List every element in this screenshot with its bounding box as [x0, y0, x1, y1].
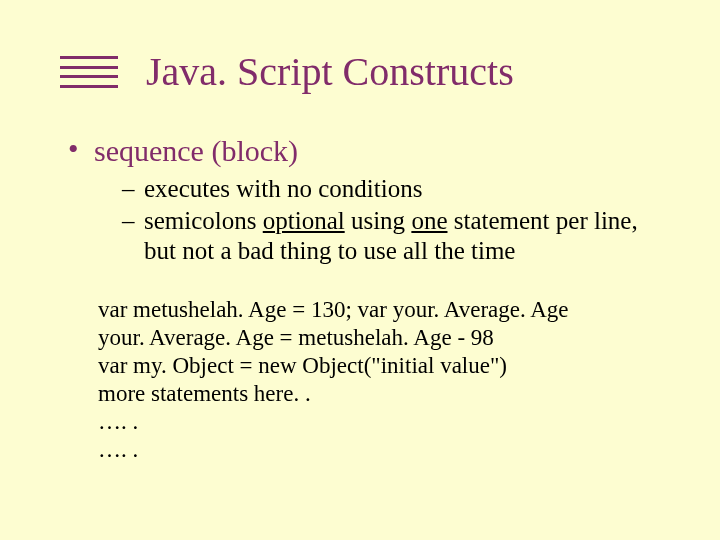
slide: Java. Script Constructs sequence (block)…: [0, 0, 720, 540]
bullet-list-level2: executes with no conditions semicolons o…: [122, 174, 660, 266]
hamburger-bar: [60, 66, 118, 69]
code-line: var my. Object = new Object("initial val…: [98, 352, 660, 380]
subbullet-underline: optional: [263, 207, 345, 234]
code-line: more statements here. .: [98, 380, 660, 408]
subbullet-text-part: using: [345, 207, 412, 234]
subbullet-item: executes with no conditions: [122, 174, 660, 204]
subbullet-item: semicolons optional using one statement …: [122, 206, 660, 266]
hamburger-bar: [60, 56, 118, 59]
hamburger-icon: [60, 54, 118, 90]
bullet-text: sequence (block): [94, 134, 298, 167]
subbullet-underline: one: [411, 207, 447, 234]
bullet-item: sequence (block) executes with no condit…: [64, 134, 660, 266]
code-line: …. .: [98, 408, 660, 436]
slide-header: Java. Script Constructs: [60, 50, 660, 94]
slide-title: Java. Script Constructs: [146, 50, 514, 94]
subbullet-text: executes with no conditions: [144, 175, 422, 202]
subbullet-text-part: semicolons: [144, 207, 263, 234]
hamburger-bar: [60, 75, 118, 78]
code-block: var metushelah. Age = 130; var your. Ave…: [98, 296, 660, 464]
code-line: …. .: [98, 436, 660, 464]
code-line: var metushelah. Age = 130; var your. Ave…: [98, 296, 660, 324]
bullet-list-level1: sequence (block) executes with no condit…: [64, 134, 660, 266]
code-line: your. Average. Age = metushelah. Age - 9…: [98, 324, 660, 352]
hamburger-bar: [60, 85, 118, 88]
